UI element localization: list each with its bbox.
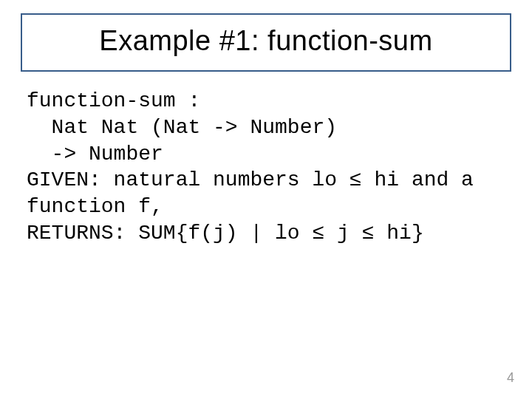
- code-line-3: -> Number: [27, 143, 163, 166]
- slide-title: Example #1: function-sum: [30, 25, 502, 57]
- slide-body: function-sum : Nat Nat (Nat -> Number) -…: [27, 88, 505, 247]
- code-line-1: function-sum :: [27, 89, 200, 112]
- page-number: 4: [507, 370, 514, 386]
- code-line-6: RETURNS: SUM{f(j) | lo ≤ j ≤ hi}: [27, 222, 424, 245]
- code-line-4: GIVEN: natural numbers lo ≤ hi and a: [27, 168, 474, 191]
- slide-title-box: Example #1: function-sum: [21, 13, 511, 72]
- code-line-5: function f,: [27, 195, 163, 218]
- code-line-2: Nat Nat (Nat -> Number): [27, 116, 337, 139]
